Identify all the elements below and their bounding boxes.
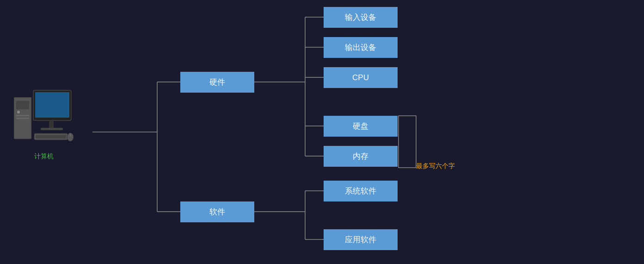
svg-rect-8 — [41, 128, 63, 130]
computer-section: 计算机 — [14, 83, 74, 161]
svg-rect-6 — [35, 92, 69, 118]
svg-point-2 — [17, 111, 20, 113]
cpu-box: CPU — [324, 67, 398, 88]
computer-icon — [14, 83, 74, 151]
software-box: 软件 — [180, 201, 254, 222]
svg-rect-28 — [399, 116, 416, 168]
svg-rect-1 — [16, 101, 29, 109]
svg-rect-4 — [16, 118, 29, 119]
appsw-box: 应用软件 — [324, 229, 398, 250]
svg-rect-3 — [16, 115, 29, 116]
diagram-container: 计算机 硬件 — [0, 0, 644, 264]
syssw-box: 系统软件 — [324, 181, 398, 201]
hardware-box: 硬件 — [180, 72, 254, 93]
connector-lines — [0, 0, 644, 264]
svg-rect-7 — [49, 120, 54, 129]
note-text: 最多写六个字 — [416, 162, 455, 170]
output-box: 输出设备 — [324, 37, 398, 58]
harddisk-box: 硬盘 — [324, 116, 398, 137]
input-box: 输入设备 — [324, 7, 398, 28]
computer-label: 计算机 — [34, 152, 54, 161]
svg-rect-10 — [36, 135, 66, 138]
memory-box: 内存 — [324, 146, 398, 167]
